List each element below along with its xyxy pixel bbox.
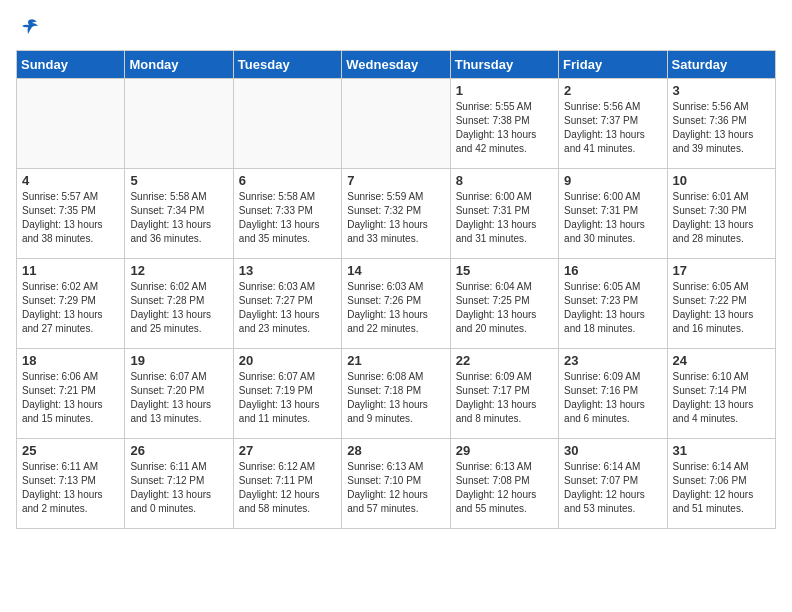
day-number: 24 [673,353,770,368]
calendar-day-cell: 6Sunrise: 5:58 AMSunset: 7:33 PMDaylight… [233,169,341,259]
day-info: Sunrise: 6:09 AMSunset: 7:17 PMDaylight:… [456,370,553,426]
day-number: 1 [456,83,553,98]
calendar-week-row: 11Sunrise: 6:02 AMSunset: 7:29 PMDayligh… [17,259,776,349]
day-info: Sunrise: 6:13 AMSunset: 7:08 PMDaylight:… [456,460,553,516]
calendar-day-cell: 3Sunrise: 5:56 AMSunset: 7:36 PMDaylight… [667,79,775,169]
calendar-day-cell: 2Sunrise: 5:56 AMSunset: 7:37 PMDaylight… [559,79,667,169]
day-number: 21 [347,353,444,368]
day-info: Sunrise: 6:03 AMSunset: 7:27 PMDaylight:… [239,280,336,336]
weekday-header-tuesday: Tuesday [233,51,341,79]
calendar-table: SundayMondayTuesdayWednesdayThursdayFrid… [16,50,776,529]
calendar-day-cell [17,79,125,169]
day-number: 5 [130,173,227,188]
day-info: Sunrise: 6:09 AMSunset: 7:16 PMDaylight:… [564,370,661,426]
calendar-day-cell: 10Sunrise: 6:01 AMSunset: 7:30 PMDayligh… [667,169,775,259]
day-info: Sunrise: 6:04 AMSunset: 7:25 PMDaylight:… [456,280,553,336]
day-number: 22 [456,353,553,368]
day-number: 2 [564,83,661,98]
calendar-day-cell: 23Sunrise: 6:09 AMSunset: 7:16 PMDayligh… [559,349,667,439]
day-info: Sunrise: 6:14 AMSunset: 7:07 PMDaylight:… [564,460,661,516]
calendar-day-cell: 28Sunrise: 6:13 AMSunset: 7:10 PMDayligh… [342,439,450,529]
calendar-week-row: 18Sunrise: 6:06 AMSunset: 7:21 PMDayligh… [17,349,776,439]
day-info: Sunrise: 6:13 AMSunset: 7:10 PMDaylight:… [347,460,444,516]
day-number: 23 [564,353,661,368]
day-number: 16 [564,263,661,278]
day-number: 25 [22,443,119,458]
day-number: 29 [456,443,553,458]
calendar-day-cell: 12Sunrise: 6:02 AMSunset: 7:28 PMDayligh… [125,259,233,349]
calendar-day-cell: 7Sunrise: 5:59 AMSunset: 7:32 PMDaylight… [342,169,450,259]
day-info: Sunrise: 6:02 AMSunset: 7:28 PMDaylight:… [130,280,227,336]
day-info: Sunrise: 6:08 AMSunset: 7:18 PMDaylight:… [347,370,444,426]
calendar-day-cell: 15Sunrise: 6:04 AMSunset: 7:25 PMDayligh… [450,259,558,349]
day-info: Sunrise: 6:01 AMSunset: 7:30 PMDaylight:… [673,190,770,246]
weekday-header-thursday: Thursday [450,51,558,79]
calendar-week-row: 1Sunrise: 5:55 AMSunset: 7:38 PMDaylight… [17,79,776,169]
day-number: 28 [347,443,444,458]
day-info: Sunrise: 5:55 AMSunset: 7:38 PMDaylight:… [456,100,553,156]
weekday-header-sunday: Sunday [17,51,125,79]
calendar-day-cell: 11Sunrise: 6:02 AMSunset: 7:29 PMDayligh… [17,259,125,349]
calendar-day-cell: 16Sunrise: 6:05 AMSunset: 7:23 PMDayligh… [559,259,667,349]
calendar-day-cell: 31Sunrise: 6:14 AMSunset: 7:06 PMDayligh… [667,439,775,529]
calendar-day-cell: 8Sunrise: 6:00 AMSunset: 7:31 PMDaylight… [450,169,558,259]
calendar-day-cell: 4Sunrise: 5:57 AMSunset: 7:35 PMDaylight… [17,169,125,259]
calendar-day-cell: 9Sunrise: 6:00 AMSunset: 7:31 PMDaylight… [559,169,667,259]
day-info: Sunrise: 6:00 AMSunset: 7:31 PMDaylight:… [456,190,553,246]
day-number: 26 [130,443,227,458]
day-info: Sunrise: 6:06 AMSunset: 7:21 PMDaylight:… [22,370,119,426]
day-info: Sunrise: 6:14 AMSunset: 7:06 PMDaylight:… [673,460,770,516]
day-number: 17 [673,263,770,278]
calendar-day-cell: 24Sunrise: 6:10 AMSunset: 7:14 PMDayligh… [667,349,775,439]
day-number: 15 [456,263,553,278]
day-number: 7 [347,173,444,188]
day-info: Sunrise: 6:07 AMSunset: 7:20 PMDaylight:… [130,370,227,426]
weekday-header-friday: Friday [559,51,667,79]
calendar-day-cell: 17Sunrise: 6:05 AMSunset: 7:22 PMDayligh… [667,259,775,349]
calendar-day-cell: 21Sunrise: 6:08 AMSunset: 7:18 PMDayligh… [342,349,450,439]
logo-bird-icon [18,16,40,38]
day-info: Sunrise: 6:05 AMSunset: 7:23 PMDaylight:… [564,280,661,336]
day-info: Sunrise: 6:12 AMSunset: 7:11 PMDaylight:… [239,460,336,516]
day-info: Sunrise: 5:56 AMSunset: 7:37 PMDaylight:… [564,100,661,156]
day-number: 27 [239,443,336,458]
day-number: 8 [456,173,553,188]
day-info: Sunrise: 6:00 AMSunset: 7:31 PMDaylight:… [564,190,661,246]
day-info: Sunrise: 5:58 AMSunset: 7:34 PMDaylight:… [130,190,227,246]
calendar-day-cell: 5Sunrise: 5:58 AMSunset: 7:34 PMDaylight… [125,169,233,259]
calendar-day-cell: 14Sunrise: 6:03 AMSunset: 7:26 PMDayligh… [342,259,450,349]
calendar-day-cell [342,79,450,169]
day-number: 6 [239,173,336,188]
day-info: Sunrise: 6:03 AMSunset: 7:26 PMDaylight:… [347,280,444,336]
weekday-header-wednesday: Wednesday [342,51,450,79]
day-info: Sunrise: 5:58 AMSunset: 7:33 PMDaylight:… [239,190,336,246]
day-number: 12 [130,263,227,278]
page-header [16,16,776,38]
logo [16,16,42,38]
day-number: 20 [239,353,336,368]
weekday-header-row: SundayMondayTuesdayWednesdayThursdayFrid… [17,51,776,79]
day-number: 30 [564,443,661,458]
calendar-day-cell [125,79,233,169]
weekday-header-monday: Monday [125,51,233,79]
day-number: 31 [673,443,770,458]
calendar-day-cell: 25Sunrise: 6:11 AMSunset: 7:13 PMDayligh… [17,439,125,529]
calendar-week-row: 4Sunrise: 5:57 AMSunset: 7:35 PMDaylight… [17,169,776,259]
day-number: 10 [673,173,770,188]
calendar-day-cell: 26Sunrise: 6:11 AMSunset: 7:12 PMDayligh… [125,439,233,529]
day-info: Sunrise: 5:57 AMSunset: 7:35 PMDaylight:… [22,190,119,246]
day-number: 14 [347,263,444,278]
calendar-day-cell: 29Sunrise: 6:13 AMSunset: 7:08 PMDayligh… [450,439,558,529]
day-info: Sunrise: 6:07 AMSunset: 7:19 PMDaylight:… [239,370,336,426]
calendar-day-cell: 18Sunrise: 6:06 AMSunset: 7:21 PMDayligh… [17,349,125,439]
day-number: 9 [564,173,661,188]
day-info: Sunrise: 6:11 AMSunset: 7:12 PMDaylight:… [130,460,227,516]
calendar-day-cell: 22Sunrise: 6:09 AMSunset: 7:17 PMDayligh… [450,349,558,439]
day-number: 13 [239,263,336,278]
day-info: Sunrise: 6:10 AMSunset: 7:14 PMDaylight:… [673,370,770,426]
day-number: 19 [130,353,227,368]
calendar-day-cell: 19Sunrise: 6:07 AMSunset: 7:20 PMDayligh… [125,349,233,439]
day-info: Sunrise: 5:56 AMSunset: 7:36 PMDaylight:… [673,100,770,156]
day-info: Sunrise: 6:02 AMSunset: 7:29 PMDaylight:… [22,280,119,336]
day-info: Sunrise: 6:05 AMSunset: 7:22 PMDaylight:… [673,280,770,336]
